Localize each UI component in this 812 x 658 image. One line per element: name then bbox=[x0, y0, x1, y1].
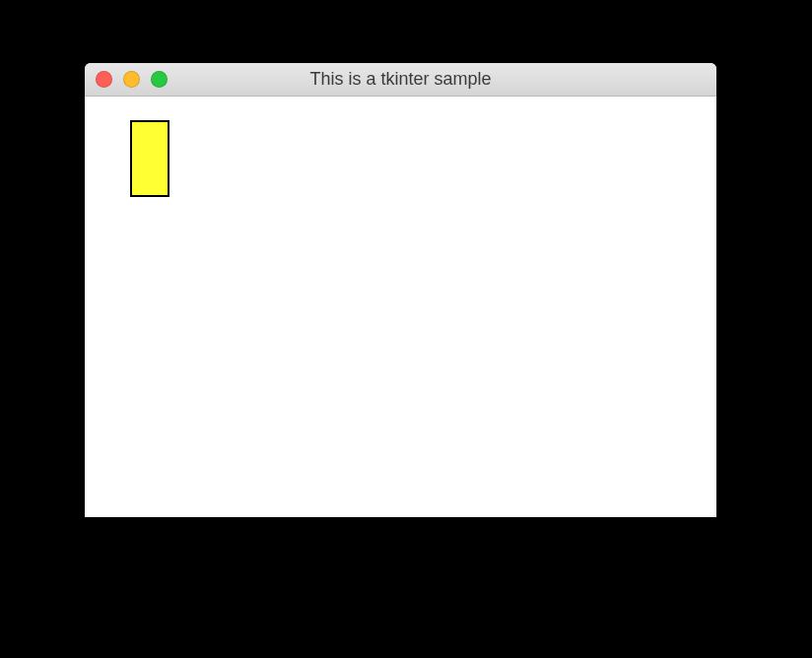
window-title: This is a tkinter sample bbox=[85, 69, 716, 90]
minimize-icon[interactable] bbox=[123, 71, 140, 88]
window-controls bbox=[85, 71, 168, 88]
close-icon[interactable] bbox=[96, 71, 112, 88]
yellow-rectangle bbox=[130, 120, 169, 197]
window-titlebar[interactable]: This is a tkinter sample bbox=[85, 63, 716, 97]
application-window: This is a tkinter sample bbox=[85, 63, 716, 517]
maximize-icon[interactable] bbox=[151, 71, 168, 88]
canvas-area bbox=[85, 97, 716, 517]
